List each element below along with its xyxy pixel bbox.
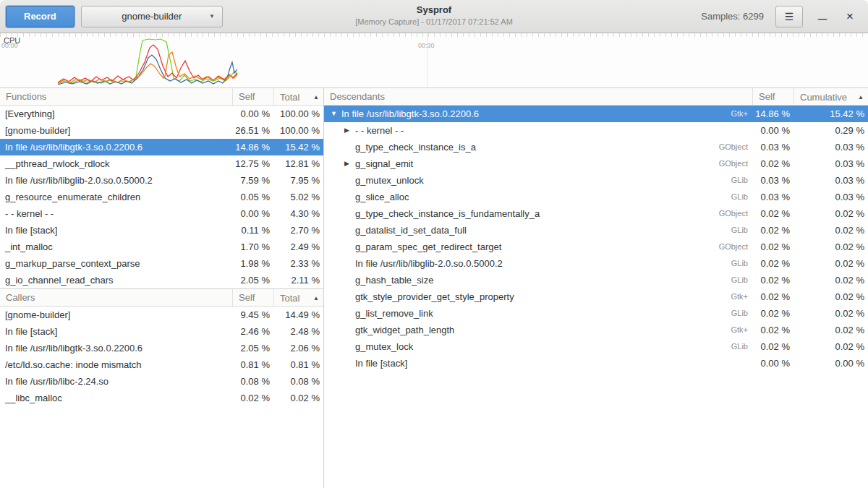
chevron-down-icon: ▼ — [209, 13, 215, 20]
cpu-line-0 — [58, 39, 237, 84]
table-row[interactable]: g_type_check_instance_is_a GObject 0.03 … — [324, 139, 868, 155]
library-category: GLib — [731, 338, 752, 355]
cumulative-percent: 0.00 % — [793, 355, 868, 372]
table-row[interactable]: g_markup_parse_context_parse 1.98 % 2.33… — [0, 255, 323, 272]
cumulative-percent: 0.02 % — [793, 272, 868, 288]
descendant-name: g_mutex_lock — [355, 338, 413, 355]
process-selector-dropdown[interactable]: gnome-builder ▼ — [81, 6, 223, 27]
self-percent: 0.02 % — [752, 288, 793, 305]
total-percent: 14.49 % — [273, 307, 323, 323]
library-category: GLib — [731, 255, 752, 272]
table-row[interactable]: In file /usr/lib/libglib-2.0.so.0.5000.2… — [0, 172, 323, 189]
self-percent: 1.98 % — [232, 255, 273, 272]
self-percent: 0.08 % — [232, 373, 273, 390]
table-row[interactable]: g_slice_alloc GLib 0.03 % 0.03 % — [324, 189, 868, 205]
close-button[interactable]: × — [842, 9, 858, 25]
menu-button[interactable]: ☰ — [775, 6, 803, 27]
table-row[interactable]: g_type_check_instance_is_fundamentally_a… — [324, 205, 868, 222]
total-percent: 0.02 % — [273, 390, 323, 406]
table-row[interactable]: In file /usr/lib/libgtk-3.so.0.2200.6 14… — [0, 139, 323, 155]
table-row[interactable]: In file /usr/lib/libgtk-3.so.0.2200.6 2.… — [0, 340, 323, 356]
table-row[interactable]: In file /usr/lib/libglib-2.0.so.0.5000.2… — [324, 255, 868, 272]
process-selector-label: gnome-builder — [122, 11, 182, 22]
column-header-self[interactable]: Self — [752, 88, 793, 106]
table-row[interactable]: In file /usr/lib/libc-2.24.so 0.08 % 0.0… — [0, 373, 323, 390]
total-percent: 15.42 % — [273, 139, 323, 155]
expander-icon[interactable]: ▶ — [343, 155, 355, 172]
minimize-button[interactable]: ─ — [814, 12, 830, 27]
table-row[interactable]: g_mutex_unlock GLib 0.03 % 0.03 % — [324, 172, 868, 189]
cumulative-percent: 0.02 % — [793, 205, 868, 222]
function-name: [Everything] — [5, 106, 55, 122]
table-row[interactable]: ▶ g_signal_emit GObject 0.02 % 0.03 % — [324, 155, 868, 172]
header-bar: Record gnome-builder ▼ Sysprof [Memory C… — [0, 0, 868, 33]
descendant-name: g_mutex_unlock — [355, 172, 424, 189]
column-header-functions[interactable]: Functions — [0, 88, 232, 106]
expander-icon[interactable]: ▼ — [329, 106, 341, 122]
total-percent: 2.48 % — [273, 323, 323, 340]
column-header-descendants[interactable]: Descendants — [324, 88, 752, 106]
table-row[interactable]: _int_malloc 1.70 % 2.49 % — [0, 239, 323, 255]
table-row[interactable]: [gnome-builder] 26.51 % 100.00 % — [0, 122, 323, 139]
descendants-pane: Descendants Self Cumulative ▲ ▼ In file … — [324, 87, 868, 488]
sort-indicator-icon: ▲ — [313, 89, 319, 106]
self-percent: 0.00 % — [232, 205, 273, 222]
caller-name: [gnome-builder] — [5, 307, 70, 323]
table-row[interactable]: gtk_style_provider_get_style_property Gt… — [324, 288, 868, 305]
table-row[interactable]: [gnome-builder] 9.45 % 14.49 % — [0, 307, 323, 323]
self-percent: 0.02 % — [752, 322, 793, 338]
function-name: g_markup_parse_context_parse — [5, 255, 140, 272]
function-name: g_resource_enumerate_children — [5, 189, 140, 205]
callers-list: [gnome-builder] 9.45 % 14.49 % In file [… — [0, 307, 323, 406]
self-percent: 0.02 % — [752, 338, 793, 355]
table-row[interactable]: In file [stack] 0.11 % 2.70 % — [0, 222, 323, 239]
table-row[interactable]: g_datalist_id_set_data_full GLib 0.02 % … — [324, 222, 868, 239]
table-row[interactable]: g_io_channel_read_chars 2.05 % 2.11 % — [0, 272, 323, 288]
record-button[interactable]: Record — [6, 6, 75, 27]
table-row[interactable]: __libc_malloc 0.02 % 0.02 % — [0, 390, 323, 406]
table-row[interactable]: In file [stack] 0.00 % 0.00 % — [324, 355, 868, 372]
column-header-cumulative[interactable]: Cumulative ▲ — [793, 88, 868, 106]
table-row[interactable]: - - kernel - - 0.00 % 4.30 % — [0, 205, 323, 222]
table-row[interactable]: g_resource_enumerate_children 0.05 % 5.0… — [0, 189, 323, 205]
expander-icon[interactable]: ▶ — [343, 122, 355, 139]
column-header-total[interactable]: Total ▲ — [273, 88, 323, 106]
table-row[interactable]: g_list_remove_link GLib 0.02 % 0.02 % — [324, 305, 868, 322]
self-percent: 0.00 % — [752, 355, 793, 372]
table-row[interactable]: ▼ In file /usr/lib/libgtk-3.so.0.2200.6 … — [324, 106, 868, 122]
descendant-name: g_signal_emit — [355, 155, 413, 172]
self-percent: 0.02 % — [752, 255, 793, 272]
self-percent: 2.46 % — [232, 323, 273, 340]
self-percent: 26.51 % — [232, 122, 273, 139]
column-header-callers[interactable]: Callers — [0, 289, 232, 307]
self-percent: 12.75 % — [232, 155, 273, 172]
cumulative-percent: 0.03 % — [793, 139, 868, 155]
self-percent: 0.02 % — [232, 390, 273, 406]
descendant-name: In file [stack] — [355, 355, 407, 372]
table-row[interactable]: In file [stack] 2.46 % 2.48 % — [0, 323, 323, 340]
table-row[interactable]: g_param_spec_get_redirect_target GObject… — [324, 239, 868, 255]
table-row[interactable]: /etc/ld.so.cache: inode mismatch 0.81 % … — [0, 356, 323, 373]
cpu-timeline[interactable]: CPU 00:00 00:30 — [0, 33, 868, 87]
column-header-total[interactable]: Total ▲ — [273, 289, 323, 307]
functions-list: [Everything] 0.00 % 100.00 % [gnome-buil… — [0, 106, 323, 288]
table-row[interactable]: __pthread_rwlock_rdlock 12.75 % 12.81 % — [0, 155, 323, 172]
self-percent: 0.02 % — [752, 239, 793, 255]
caller-name: __libc_malloc — [5, 390, 62, 406]
library-category: GLib — [731, 172, 752, 189]
table-row[interactable]: g_mutex_lock GLib 0.02 % 0.02 % — [324, 338, 868, 355]
self-percent: 0.11 % — [232, 222, 273, 239]
column-header-cumulative-label: Cumulative — [800, 89, 847, 106]
self-percent: 0.03 % — [752, 172, 793, 189]
column-header-self[interactable]: Self — [232, 289, 273, 307]
self-percent: 9.45 % — [232, 307, 273, 323]
time-tick-start: 00:00 — [1, 42, 18, 49]
total-percent: 2.49 % — [273, 239, 323, 255]
column-header-self[interactable]: Self — [232, 88, 273, 106]
total-percent: 7.95 % — [273, 172, 323, 189]
table-row[interactable]: ▶ - - kernel - - 0.00 % 0.29 % — [324, 122, 868, 139]
table-row[interactable]: gtk_widget_path_length Gtk+ 0.02 % 0.02 … — [324, 322, 868, 338]
table-row[interactable]: g_hash_table_size GLib 0.02 % 0.02 % — [324, 272, 868, 288]
table-row[interactable]: [Everything] 0.00 % 100.00 % — [0, 106, 323, 122]
cumulative-percent: 0.29 % — [793, 122, 868, 139]
